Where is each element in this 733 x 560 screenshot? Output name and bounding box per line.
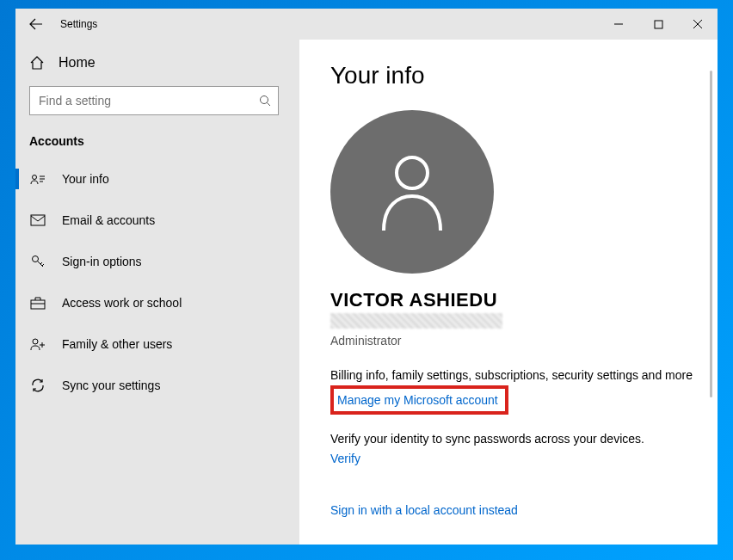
highlight-annotation: Manage my Microsoft account: [330, 385, 508, 415]
sidebar-item-access-work-school[interactable]: Access work or school: [15, 284, 299, 322]
svg-rect-5: [31, 300, 45, 309]
user-role: Administrator: [330, 334, 718, 348]
user-card-icon: [29, 173, 46, 185]
sync-icon: [29, 378, 46, 393]
search-icon: [259, 95, 271, 107]
user-silhouette-icon: [373, 149, 451, 235]
home-label: Home: [59, 55, 95, 71]
sidebar: Home Accounts Your info: [15, 40, 299, 545]
minimize-icon: [613, 19, 624, 29]
close-button[interactable]: [678, 9, 718, 40]
avatar: [330, 110, 494, 274]
sidebar-item-email-accounts[interactable]: Email & accounts: [15, 201, 299, 239]
sidebar-item-label: Family & other users: [62, 337, 172, 351]
svg-rect-0: [655, 21, 662, 28]
svg-point-6: [33, 339, 38, 344]
home-nav[interactable]: Home: [15, 45, 299, 81]
search-box[interactable]: [29, 86, 279, 115]
sidebar-item-label: Sign-in options: [62, 255, 142, 268]
verify-link[interactable]: Verify: [330, 452, 360, 465]
svg-point-7: [397, 157, 428, 188]
maximize-icon: [654, 20, 663, 29]
section-label: Accounts: [15, 127, 299, 160]
family-icon: [29, 337, 46, 351]
sidebar-item-label: Your info: [62, 172, 109, 186]
search-input[interactable]: [39, 94, 259, 108]
sidebar-item-label: Sync your settings: [62, 378, 160, 392]
manage-account-link[interactable]: Manage my Microsoft account: [337, 393, 498, 407]
page-title: Your info: [330, 62, 718, 89]
billing-info-text: Billing info, family settings, subscript…: [330, 368, 718, 382]
body: Home Accounts Your info: [15, 40, 718, 545]
arrow-left-icon: [29, 17, 43, 31]
local-account-link[interactable]: Sign in with a local account instead: [330, 503, 518, 517]
window-controls: [599, 9, 718, 40]
user-email-redacted: [330, 313, 502, 329]
briefcase-icon: [29, 296, 46, 310]
close-icon: [693, 19, 703, 29]
settings-window: Settings Home: [15, 9, 718, 545]
content: Your info VICTOR ASHIEDU Administrator B…: [299, 40, 718, 545]
verify-text: Verify your identity to sync passwords a…: [330, 432, 718, 446]
titlebar: Settings: [15, 9, 718, 40]
sidebar-item-label: Email & accounts: [62, 213, 155, 227]
sidebar-item-your-info[interactable]: Your info: [15, 160, 299, 198]
svg-point-1: [261, 96, 268, 104]
home-icon: [29, 55, 45, 71]
verify-group: Verify your identity to sync passwords a…: [330, 432, 718, 466]
maximize-button[interactable]: [638, 9, 678, 40]
user-name: VICTOR ASHIEDU: [330, 289, 718, 311]
mail-icon: [29, 214, 46, 226]
svg-point-4: [33, 256, 39, 262]
scrollbar[interactable]: [710, 71, 712, 397]
sidebar-item-signin-options[interactable]: Sign-in options: [15, 243, 299, 280]
minimize-button[interactable]: [599, 9, 638, 40]
key-icon: [29, 254, 46, 269]
svg-rect-3: [31, 215, 45, 225]
svg-point-2: [33, 175, 37, 180]
search-container: [15, 86, 299, 115]
sidebar-item-sync-settings[interactable]: Sync your settings: [15, 366, 299, 404]
sidebar-item-family-users[interactable]: Family & other users: [15, 325, 299, 363]
back-button[interactable]: [15, 9, 57, 40]
sidebar-item-label: Access work or school: [62, 296, 182, 310]
app-title: Settings: [60, 18, 97, 30]
